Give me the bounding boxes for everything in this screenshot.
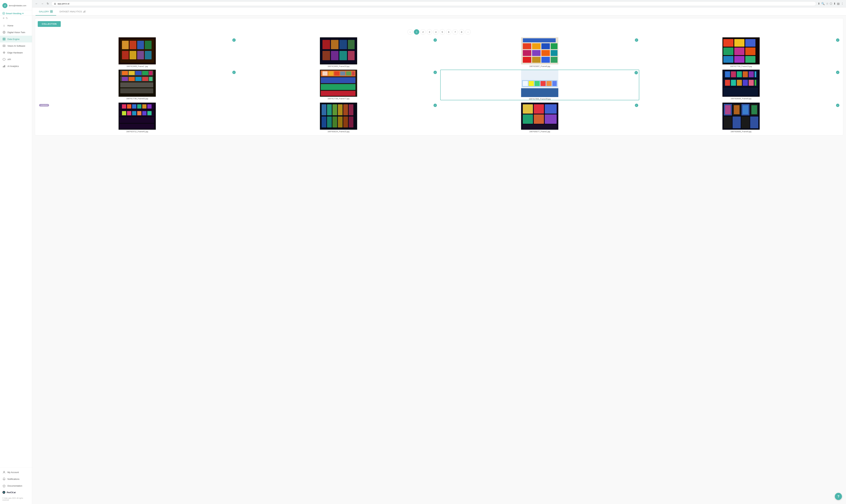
svg-rect-72 bbox=[120, 82, 153, 87]
refresh-button[interactable]: ↻ bbox=[46, 2, 50, 5]
forward-button[interactable]: → bbox=[40, 2, 44, 5]
image-thumb-5 bbox=[38, 70, 237, 97]
sidebar-item-edge-hardware[interactable]: Edge Hardware bbox=[0, 49, 32, 56]
image-label-6: 1687417738_Frame77.jpg bbox=[239, 97, 438, 100]
help-icon: ? bbox=[838, 494, 840, 499]
nav-label-documentation: Documentation bbox=[7, 485, 22, 487]
image-thumb-12 bbox=[642, 103, 841, 130]
pagination-page-5[interactable]: 5 bbox=[439, 29, 445, 35]
svg-rect-48 bbox=[532, 43, 540, 49]
digital-vision-twin-icon bbox=[2, 31, 6, 34]
image-item-8[interactable]: ✓ 1687420636_Frame9.jpg bbox=[642, 70, 841, 100]
svg-rect-143 bbox=[343, 104, 348, 115]
brand-name[interactable]: Smart-Vending ▾ bbox=[2, 12, 23, 15]
help-button[interactable]: ? bbox=[835, 493, 842, 500]
svg-rect-54 bbox=[551, 50, 557, 56]
image-thumb-4 bbox=[642, 37, 841, 65]
sidebar-item-vision-ai-software[interactable]: Vision AI Software bbox=[0, 42, 32, 49]
image-item-7[interactable]: ✓ 1687417855_Frame39.jpg bbox=[440, 70, 639, 100]
svg-rect-64 bbox=[734, 48, 744, 55]
svg-rect-159 bbox=[523, 125, 557, 129]
nav-label-data-engine: Data Engine bbox=[7, 38, 20, 40]
extensions-icon[interactable]: ⬡ bbox=[830, 2, 832, 5]
avatar: d bbox=[2, 3, 7, 8]
image-thumb-8 bbox=[642, 70, 841, 97]
svg-rect-61 bbox=[734, 39, 744, 47]
url-text: app.percv.ai bbox=[57, 2, 69, 5]
pagination-page-6[interactable]: 6 bbox=[446, 29, 451, 35]
pagination-next[interactable]: › bbox=[465, 29, 471, 35]
sidebar: d demo@iridalabs.com Smart-Vending ▾ ☀ ↻… bbox=[0, 0, 32, 504]
image-thumb-9 bbox=[38, 103, 237, 130]
pagination-page-8[interactable]: 8 bbox=[459, 29, 464, 35]
image-thumb-2 bbox=[239, 37, 438, 65]
svg-rect-18 bbox=[52, 10, 53, 11]
star-icon[interactable]: ☆ bbox=[826, 2, 828, 5]
svg-rect-166 bbox=[724, 116, 732, 128]
svg-point-7 bbox=[4, 46, 4, 46]
tab-dataset-analytics[interactable]: DATASET ANALYTICS bbox=[56, 7, 89, 16]
sidebar-item-my-account[interactable]: My Account bbox=[0, 469, 32, 475]
svg-rect-55 bbox=[523, 57, 531, 63]
tab-gallery[interactable]: GALLERY bbox=[36, 7, 56, 16]
svg-rect-153 bbox=[523, 104, 533, 114]
svg-rect-107 bbox=[723, 87, 758, 96]
more-icon[interactable]: ⋮ bbox=[841, 2, 844, 5]
back-button[interactable]: ← bbox=[35, 2, 38, 5]
sidebar-item-ai-analytics[interactable]: AI Analytics bbox=[0, 63, 32, 70]
image-thumb-11 bbox=[440, 103, 639, 130]
pagination-page-3[interactable]: 3 bbox=[427, 29, 432, 35]
svg-rect-108 bbox=[725, 71, 730, 77]
dropdown-icon[interactable]: ▾ bbox=[22, 12, 23, 15]
image-item-4[interactable]: ✓ 1687417709_Frame13.jpg bbox=[642, 37, 841, 67]
svg-rect-56 bbox=[532, 57, 540, 63]
image-label-3: 1687415007_Frame6.jpg bbox=[440, 65, 639, 67]
image-item-9[interactable]: unlabeled 1687423712_Frame41.jpg bbox=[38, 103, 237, 132]
url-bar[interactable]: app.percv.ai bbox=[51, 1, 816, 6]
sidebar-toggle-icon[interactable]: ▤ bbox=[837, 2, 840, 5]
dataset-analytics-tab-label: DATASET ANALYTICS bbox=[59, 10, 82, 13]
image-item-2[interactable]: ✓ 1687413469_Frame10.jpg bbox=[239, 37, 438, 67]
sidebar-item-data-engine[interactable]: Data Engine bbox=[0, 36, 32, 42]
refresh-icon[interactable]: ↻ bbox=[6, 17, 8, 20]
image-item-12[interactable]: ✓ 1687428305_Frame9.jpg bbox=[642, 103, 841, 132]
pagination-page-2[interactable]: 2 bbox=[420, 29, 426, 35]
sidebar-item-digital-vision-twin[interactable]: Digital Vision Twin bbox=[0, 29, 32, 36]
svg-rect-51 bbox=[523, 50, 531, 56]
pagination-page-4[interactable]: 4 bbox=[433, 29, 438, 35]
image-item-11[interactable]: ✓ 1687428277_Frame1.jpg bbox=[440, 103, 639, 132]
sidebar-brand[interactable]: Smart-Vending ▾ bbox=[0, 10, 32, 16]
sidebar-item-documentation[interactable]: Documentation bbox=[0, 482, 32, 489]
sidebar-item-api[interactable]: API bbox=[0, 56, 32, 63]
svg-rect-93 bbox=[346, 71, 351, 76]
sidebar-bottom: My Account Notifications Documentation P… bbox=[0, 467, 32, 504]
sidebar-item-notifications[interactable]: Notifications bbox=[0, 475, 32, 482]
pagination-page-1[interactable]: 1 bbox=[414, 29, 419, 35]
svg-rect-5 bbox=[3, 39, 5, 40]
image-item-3[interactable]: ✓ 1687415007_Frame6.jpg bbox=[440, 37, 639, 67]
download-page-icon[interactable]: ⬇ bbox=[818, 2, 820, 5]
image-item-6[interactable]: ✓ 1687417738_Frame77.jpg bbox=[239, 70, 438, 100]
collection-button[interactable]: COLLECTION bbox=[38, 21, 61, 27]
image-label-4: 1687417709_Frame13.jpg bbox=[642, 65, 841, 67]
search-icon[interactable]: 🔍 bbox=[821, 2, 825, 5]
pagination-prev[interactable]: ‹ bbox=[408, 29, 413, 35]
image-item-10[interactable]: ✓ 1687428224_Frame15.jpg bbox=[239, 103, 438, 132]
svg-rect-98 bbox=[529, 81, 534, 86]
sidebar-item-home[interactable]: ⌂ Home bbox=[0, 22, 32, 29]
screenshot-icon[interactable]: ⬇ bbox=[833, 2, 836, 5]
svg-rect-149 bbox=[343, 116, 348, 127]
svg-rect-130 bbox=[148, 104, 152, 109]
nav-label-edge-hardware: Edge Hardware bbox=[7, 51, 23, 54]
image-label-2: 1687413469_Frame10.jpg bbox=[239, 65, 438, 67]
svg-rect-157 bbox=[534, 114, 544, 124]
image-item-1[interactable]: ✓ 1687413469_Frame1 .jpg bbox=[38, 37, 237, 67]
sun-icon[interactable]: ☀ bbox=[2, 17, 5, 20]
image-item-5[interactable]: ✓ 1687417738_Frame63.jpg bbox=[38, 70, 237, 100]
image-label-11: 1687428277_Frame1.jpg bbox=[440, 130, 639, 132]
pagination-page-7[interactable]: 7 bbox=[452, 29, 458, 35]
svg-rect-80 bbox=[129, 77, 135, 81]
svg-rect-81 bbox=[136, 77, 141, 81]
svg-point-2 bbox=[3, 32, 4, 33]
gallery-tab-label: GALLERY bbox=[39, 10, 49, 13]
